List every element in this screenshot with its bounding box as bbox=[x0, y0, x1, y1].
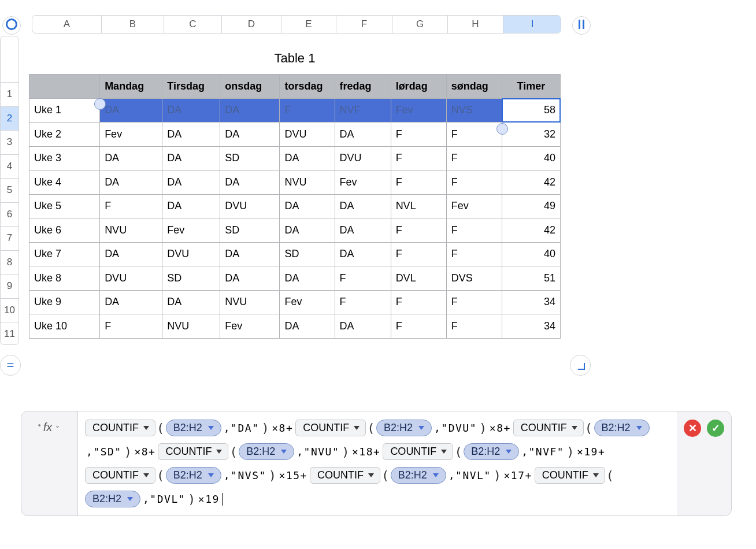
confirm-button[interactable]: ✓ bbox=[707, 420, 724, 437]
cell[interactable]: F bbox=[391, 314, 446, 339]
cell[interactable]: DA bbox=[280, 266, 335, 291]
row-header-7[interactable]: 7 bbox=[1, 226, 18, 250]
cell[interactable]: F bbox=[446, 123, 502, 147]
cell[interactable]: F bbox=[100, 194, 162, 218]
cell[interactable]: DA bbox=[220, 98, 280, 123]
cell[interactable]: DA bbox=[335, 123, 391, 147]
row-label[interactable]: Uke 4 bbox=[29, 170, 100, 195]
selection-handle-bottom-right[interactable] bbox=[496, 123, 508, 135]
cell-timer[interactable]: 49 bbox=[502, 194, 560, 218]
cell[interactable]: DA bbox=[100, 242, 162, 266]
cell[interactable]: Fev bbox=[162, 218, 220, 243]
cell[interactable]: NVS bbox=[446, 98, 502, 123]
function-token[interactable]: COUNTIF bbox=[295, 420, 366, 436]
cell[interactable]: Fev bbox=[335, 170, 391, 195]
add-column-button[interactable] bbox=[572, 16, 591, 35]
fx-label[interactable]: • fx ⌄ bbox=[21, 411, 78, 515]
header-day[interactable]: Mandag bbox=[100, 75, 162, 99]
cell[interactable]: NVU bbox=[162, 314, 220, 339]
row-header-9[interactable]: 9 bbox=[1, 274, 18, 298]
cell[interactable]: DA bbox=[280, 314, 335, 339]
row-header-10[interactable]: 10 bbox=[1, 298, 18, 322]
cell-timer[interactable]: 34 bbox=[502, 290, 560, 314]
cell[interactable]: NVU bbox=[220, 290, 280, 314]
cell[interactable]: DVU bbox=[100, 266, 162, 291]
cell[interactable]: F bbox=[391, 146, 446, 170]
row-header-11[interactable]: 11 bbox=[1, 322, 18, 345]
cell[interactable]: F bbox=[391, 218, 446, 243]
cell[interactable]: F bbox=[335, 266, 391, 291]
column-header-D[interactable]: D bbox=[222, 16, 281, 33]
range-token[interactable]: B2:H2 bbox=[166, 467, 221, 484]
row-label[interactable]: Uke 7 bbox=[29, 242, 100, 266]
row-label[interactable]: Uke 8 bbox=[29, 266, 100, 291]
range-token[interactable]: B2:H2 bbox=[594, 420, 650, 436]
range-token[interactable]: B2:H2 bbox=[376, 420, 432, 436]
cell[interactable]: DA bbox=[100, 146, 162, 170]
cell-timer[interactable]: 42 bbox=[502, 170, 560, 195]
column-header-I[interactable]: I bbox=[503, 16, 561, 33]
cell[interactable]: DA bbox=[280, 146, 335, 170]
column-header-E[interactable]: E bbox=[281, 16, 336, 33]
cell[interactable]: DA bbox=[220, 123, 280, 147]
cell[interactable]: F bbox=[391, 290, 446, 314]
cell[interactable]: DVL bbox=[391, 266, 446, 291]
range-token[interactable]: B2:H2 bbox=[166, 420, 221, 436]
cell[interactable]: F bbox=[100, 314, 162, 339]
cell[interactable]: DVU bbox=[335, 146, 391, 170]
row-label[interactable]: Uke 9 bbox=[29, 290, 100, 314]
cell[interactable]: Fev bbox=[446, 194, 502, 218]
column-header-B[interactable]: B bbox=[102, 16, 164, 33]
range-token[interactable]: B2:H2 bbox=[239, 443, 294, 460]
cell[interactable]: NVF bbox=[335, 98, 391, 123]
cell-timer[interactable]: 40 bbox=[502, 146, 560, 170]
cell[interactable]: DA bbox=[162, 170, 220, 195]
function-token[interactable]: COUNTIF bbox=[158, 443, 228, 460]
cell[interactable]: F bbox=[391, 242, 446, 266]
cell[interactable]: F bbox=[446, 290, 502, 314]
cell[interactable]: DA bbox=[335, 242, 391, 266]
function-token[interactable]: COUNTIF bbox=[85, 467, 155, 484]
cell-timer[interactable]: 32 bbox=[502, 123, 560, 147]
cell[interactable]: DA bbox=[162, 98, 220, 123]
header-day[interactable]: fredag bbox=[335, 75, 391, 99]
column-header-C[interactable]: C bbox=[164, 16, 222, 33]
range-token[interactable]: B2:H2 bbox=[391, 467, 446, 484]
function-token[interactable]: COUNTIF bbox=[383, 443, 453, 460]
column-header-H[interactable]: H bbox=[448, 16, 503, 33]
cell[interactable]: F bbox=[446, 170, 502, 195]
cell-timer[interactable]: 42 bbox=[502, 218, 560, 243]
cell[interactable]: SD bbox=[280, 242, 335, 266]
selection-handle-top-left[interactable] bbox=[94, 98, 106, 110]
cell[interactable]: DA bbox=[335, 194, 391, 218]
cell[interactable]: DA bbox=[100, 98, 162, 123]
function-token[interactable]: COUNTIF bbox=[535, 467, 605, 484]
row-label[interactable]: Uke 3 bbox=[29, 146, 100, 170]
header-day[interactable]: torsdag bbox=[280, 75, 335, 99]
column-header-F[interactable]: F bbox=[336, 16, 392, 33]
cell[interactable]: DA bbox=[220, 266, 280, 291]
cell[interactable]: NVU bbox=[280, 170, 335, 195]
cell[interactable]: F bbox=[446, 242, 502, 266]
header-timer[interactable]: Timer bbox=[502, 75, 560, 99]
cell[interactable]: DA bbox=[220, 242, 280, 266]
cell[interactable]: DVU bbox=[220, 194, 280, 218]
cell[interactable]: DA bbox=[100, 170, 162, 195]
header-day[interactable]: onsdag bbox=[220, 75, 280, 99]
cell[interactable]: SD bbox=[220, 146, 280, 170]
table-origin-button[interactable] bbox=[2, 16, 21, 35]
cell[interactable]: F bbox=[391, 123, 446, 147]
cell[interactable]: DA bbox=[162, 146, 220, 170]
cell[interactable]: Fev bbox=[220, 314, 280, 339]
header-day[interactable]: lørdag bbox=[391, 75, 446, 99]
cell[interactable]: F bbox=[446, 218, 502, 243]
header-day[interactable]: søndag bbox=[446, 75, 502, 99]
column-header-G[interactable]: G bbox=[392, 16, 448, 33]
function-token[interactable]: COUNTIF bbox=[310, 467, 380, 484]
formula-equals-button[interactable]: = bbox=[0, 355, 21, 376]
cell[interactable]: F bbox=[446, 314, 502, 339]
cell[interactable]: NVL bbox=[391, 194, 446, 218]
range-token[interactable]: B2:H2 bbox=[85, 491, 140, 507]
cell[interactable]: DA bbox=[100, 290, 162, 314]
cell-timer[interactable]: 40 bbox=[502, 242, 560, 266]
